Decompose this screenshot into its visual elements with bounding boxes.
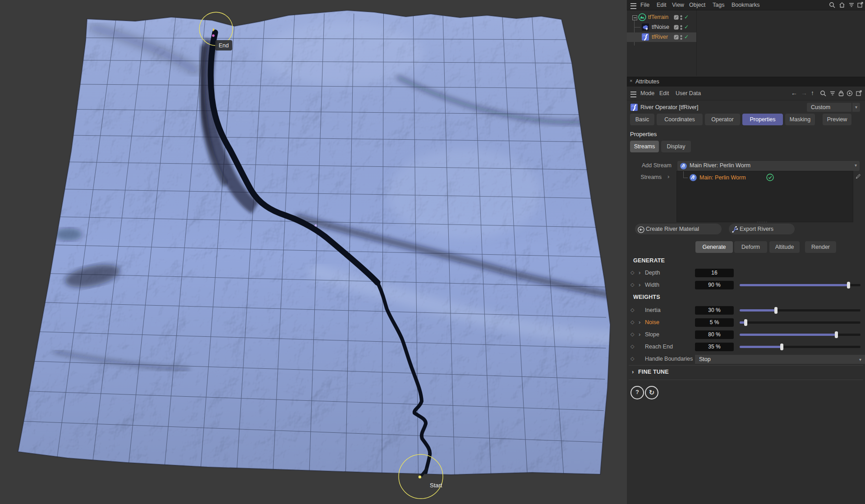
filter-icon[interactable] <box>848 2 855 8</box>
depth-value-field[interactable]: 16 <box>695 269 734 277</box>
layer-toggle-icon[interactable] <box>674 25 679 31</box>
object-manager-menu-icon[interactable] <box>630 3 636 10</box>
tab-coordinates[interactable]: Coordinates <box>657 114 703 125</box>
tab-properties[interactable]: Properties <box>742 114 783 125</box>
target-icon[interactable] <box>847 90 853 96</box>
mode-deform-button[interactable]: Deform <box>734 241 767 253</box>
slider-knob[interactable] <box>780 344 783 350</box>
mode-generate-button[interactable]: Generate <box>695 241 733 253</box>
subtab-streams[interactable]: Streams <box>630 141 659 152</box>
tab-operator[interactable]: Operator <box>705 114 740 125</box>
collapse-expander-icon[interactable] <box>632 15 637 20</box>
expand-arrow-icon[interactable]: › <box>639 269 640 276</box>
tree-row-tfriver[interactable]: tfRiver ✓ <box>627 32 696 42</box>
slider-knob[interactable] <box>847 282 850 289</box>
fine-tune-section[interactable]: › FINE TUNE <box>627 368 865 377</box>
noise-value-field[interactable]: 5 % <box>695 318 734 327</box>
tree-label-tfriver[interactable]: tfRiver <box>652 34 668 40</box>
mode-render-button[interactable]: Render <box>805 241 836 253</box>
tree-label-tfnoise[interactable]: tfNoise <box>652 24 669 30</box>
back-arrow-icon[interactable]: ← <box>791 89 797 96</box>
layer-toggle-icon[interactable] <box>674 35 679 41</box>
tree-row-tfnoise[interactable]: tfNoise ✓ <box>627 23 696 32</box>
slope-value-field[interactable]: 80 % <box>695 330 734 339</box>
menu-view[interactable]: View <box>672 2 684 8</box>
forward-arrow-icon[interactable]: → <box>801 89 807 96</box>
visibility-dots-icon[interactable] <box>680 15 682 22</box>
reset-button[interactable]: ↻ <box>645 386 658 399</box>
reach-end-value-field[interactable]: 35 % <box>695 343 734 351</box>
expand-arrow-icon[interactable]: › <box>639 331 640 338</box>
menu-bookmarks[interactable]: Bookmarks <box>732 2 760 8</box>
viewport-3d[interactable]: End Start <box>0 0 627 504</box>
slope-slider[interactable] <box>740 334 860 336</box>
attributes-menu-icon[interactable] <box>630 92 636 99</box>
menu-file[interactable]: File <box>640 2 649 8</box>
start-point-dot[interactable] <box>419 476 421 478</box>
search-icon[interactable] <box>829 2 835 8</box>
handle-boundaries-dropdown[interactable]: Stop ▾ <box>695 355 865 364</box>
filter-icon[interactable] <box>829 91 836 96</box>
noise-slider[interactable] <box>740 321 860 324</box>
slider-knob[interactable] <box>835 331 838 338</box>
enable-check-icon[interactable]: ✓ <box>684 33 689 40</box>
tab-masking[interactable]: Masking <box>785 114 815 125</box>
tree-label-tfterrain[interactable]: tfTerrain <box>648 14 668 20</box>
lock-icon[interactable] <box>838 90 844 96</box>
fine-tune-header[interactable]: FINE TUNE <box>638 369 669 375</box>
menu-tags[interactable]: Tags <box>713 2 724 8</box>
search-icon[interactable] <box>820 90 826 96</box>
end-point-dot[interactable] <box>212 34 215 37</box>
mode-altitude-button[interactable]: Altitude <box>769 241 800 253</box>
popout-icon[interactable] <box>856 90 862 96</box>
width-slider[interactable] <box>740 284 860 286</box>
stream-enabled-check-icon[interactable] <box>766 174 774 183</box>
keyframe-diamond-icon[interactable]: ◇ <box>630 319 634 325</box>
home-icon[interactable] <box>839 2 845 8</box>
spline-control-point[interactable] <box>315 225 317 227</box>
slider-knob[interactable] <box>774 307 778 314</box>
menu-edit-attr[interactable]: Edit <box>659 90 669 96</box>
streams-expander-icon[interactable]: › <box>667 173 669 180</box>
inertia-slider[interactable] <box>740 309 860 312</box>
visibility-dots-icon[interactable] <box>680 35 682 41</box>
layer-toggle-icon[interactable] <box>674 15 679 21</box>
generate-section-header[interactable]: GENERATE <box>633 257 665 264</box>
menu-user-data[interactable]: User Data <box>676 90 701 96</box>
menu-object[interactable]: Object <box>689 2 705 8</box>
stream-item-label[interactable]: Main: Perlin Worm <box>699 174 746 181</box>
enable-check-icon[interactable]: ✓ <box>684 23 689 30</box>
export-rivers-button[interactable]: Export Rivers <box>729 224 795 234</box>
up-arrow-icon[interactable]: ↑ <box>811 89 814 96</box>
expand-arrow-icon[interactable]: › <box>632 368 634 375</box>
pencil-icon[interactable] <box>855 173 861 181</box>
weights-section-header[interactable]: WEIGHTS <box>633 294 660 300</box>
help-button[interactable]: ? <box>630 386 644 399</box>
create-river-material-button[interactable]: Create River Material <box>635 224 722 234</box>
popout-icon[interactable] <box>857 2 863 8</box>
close-icon[interactable]: × <box>630 78 632 83</box>
preset-dropdown[interactable]: Custom <box>807 103 851 112</box>
preset-dropdown-caret[interactable]: ▾ <box>852 103 860 112</box>
stream-list-item[interactable]: Main: Perlin Worm <box>677 173 853 183</box>
keyframe-diamond-icon[interactable]: ◇ <box>630 282 634 288</box>
tree-row-tfterrain[interactable]: tfTerrain ✓ <box>627 13 696 22</box>
enable-check-icon[interactable]: ✓ <box>684 14 689 20</box>
keyframe-diamond-icon[interactable]: ◇ <box>630 356 634 362</box>
visibility-dots-icon[interactable] <box>680 25 682 32</box>
menu-edit[interactable]: Edit <box>657 2 667 8</box>
keyframe-diamond-icon[interactable]: ◇ <box>630 331 634 337</box>
keyframe-diamond-icon[interactable]: ◇ <box>630 270 634 275</box>
tab-basic[interactable]: Basic <box>630 114 654 125</box>
streams-list[interactable]: Main: Perlin Worm <box>676 171 853 222</box>
expand-arrow-icon[interactable]: › <box>639 281 640 288</box>
expand-arrow-icon[interactable]: › <box>639 319 640 325</box>
add-stream-dropdown[interactable]: Main River: Perlin Worm ▾ <box>677 161 860 171</box>
keyframe-diamond-icon[interactable]: ◇ <box>630 307 634 313</box>
keyframe-diamond-icon[interactable]: ◇ <box>630 344 634 349</box>
tab-preview[interactable]: Preview <box>823 114 851 125</box>
subtab-display[interactable]: Display <box>661 141 691 152</box>
slider-knob[interactable] <box>744 319 747 326</box>
menu-mode[interactable]: Mode <box>640 90 654 96</box>
inertia-value-field[interactable]: 30 % <box>695 306 734 315</box>
